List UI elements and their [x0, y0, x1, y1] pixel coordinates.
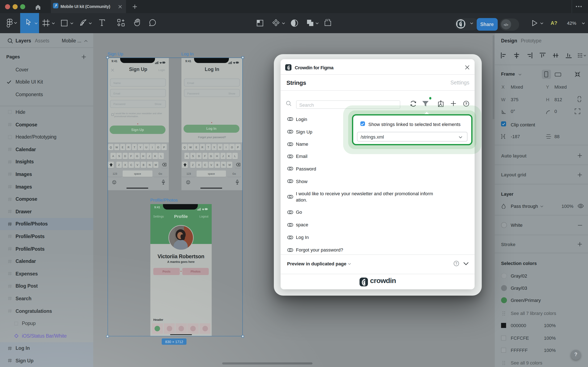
- svg-text:?: ?: [465, 102, 467, 106]
- svg-text:?: ?: [455, 262, 457, 265]
